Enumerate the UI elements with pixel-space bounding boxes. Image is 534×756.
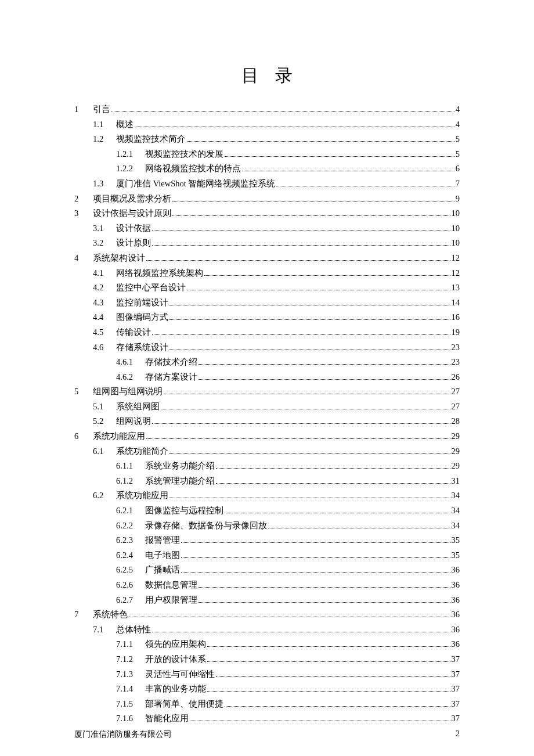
toc-entry-number: 7.1.1 (116, 640, 145, 649)
toc-entry[interactable]: 2项目概况及需求分析9 (74, 195, 460, 203)
toc-entry[interactable]: 7.1总体特性36 (74, 625, 460, 634)
toc-title: 目录 (74, 64, 460, 88)
toc-entry[interactable]: 4.3监控前端设计14 (74, 298, 460, 307)
toc-entry-label: 系统特色 (93, 610, 128, 619)
toc-entry-label: 设计依据与设计原则 (93, 209, 171, 218)
toc-leader-dots (216, 676, 450, 677)
toc-entry[interactable]: 6.1系统功能简介29 (74, 447, 460, 456)
toc-entry-number: 7.1.3 (116, 670, 145, 679)
toc-leader-dots (152, 423, 450, 424)
toc-entry-page: 23 (452, 358, 460, 366)
toc-entry-label: 设计原则 (116, 239, 151, 247)
toc-entry-label: 总体特性 (116, 625, 151, 634)
toc-entry[interactable]: 7.1.4丰富的业务功能37 (74, 685, 460, 693)
toc-entry[interactable]: 7.1.1领先的应用架构36 (74, 640, 460, 649)
toc-entry-page: 34 (452, 521, 460, 530)
toc-entry-label: 设计依据 (116, 224, 151, 233)
toc-entry-label: 网络视频监控系统架构 (116, 269, 203, 278)
toc-entry[interactable]: 7系统特色36 (74, 610, 460, 619)
toc-entry-label: 报警管理 (145, 536, 180, 545)
toc-entry[interactable]: 4.5传输设计19 (74, 328, 460, 337)
toc-entry-number: 3.1 (93, 224, 116, 233)
toc-entry[interactable]: 4.6.2存储方案设计26 (74, 373, 460, 381)
toc-entry-number: 1.2.1 (116, 150, 145, 159)
toc-entry-number: 5.1 (93, 402, 116, 411)
toc-entry[interactable]: 4.4图像编码方式16 (74, 313, 460, 322)
toc-leader-dots (225, 706, 450, 707)
toc-entry[interactable]: 6系统功能应用29 (74, 432, 460, 441)
toc-entry-page: 37 (452, 685, 460, 693)
toc-entry[interactable]: 6.2系统功能应用34 (74, 491, 460, 500)
toc-entry[interactable]: 1.2视频监控技术简介5 (74, 135, 460, 143)
toc-entry[interactable]: 4.1网络视频监控系统架构12 (74, 269, 460, 278)
page-footer: 厦门准信消防服务有限公司 2 (74, 729, 460, 740)
toc-leader-dots (164, 394, 450, 394)
toc-entry-number: 1.3 (93, 179, 116, 188)
toc-entry[interactable]: 4.2监控中心平台设计13 (74, 283, 460, 292)
toc-leader-dots (204, 275, 450, 276)
toc-entry-number: 4.5 (93, 328, 116, 337)
toc-entry[interactable]: 4.6存储系统设计23 (74, 343, 460, 352)
toc-entry-number: 6 (74, 432, 93, 441)
toc-leader-dots (187, 290, 450, 290)
toc-entry[interactable]: 6.2.3报警管理35 (74, 536, 460, 545)
toc-entry-label: 丰富的业务功能 (145, 685, 206, 693)
toc-entry-number: 1 (74, 105, 93, 114)
toc-entry[interactable]: 1.2.1视频监控技术的发展5 (74, 150, 460, 159)
toc-entry-page: 4 (456, 120, 460, 129)
toc-entry-page: 10 (452, 239, 460, 247)
toc-entry[interactable]: 5组网图与组网说明27 (74, 387, 460, 396)
toc-entry[interactable]: 4.6.1存储技术介绍23 (74, 358, 460, 366)
toc-entry[interactable]: 1引言4 (74, 105, 460, 114)
toc-entry[interactable]: 5.2组网说明28 (74, 417, 460, 426)
toc-entry-page: 36 (452, 625, 460, 634)
toc-entry-number: 4.3 (93, 298, 116, 307)
toc-entry-label: 灵活性与可伸缩性 (145, 670, 215, 679)
toc-entry[interactable]: 6.2.1图像监控与远程控制34 (74, 506, 460, 515)
toc-entry[interactable]: 7.1.5部署简单、使用便捷37 (74, 700, 460, 708)
toc-entry[interactable]: 6.2.5广播喊话36 (74, 566, 460, 574)
toc-entry[interactable]: 7.1.2开放的设计体系37 (74, 655, 460, 664)
toc-entry[interactable]: 6.2.2录像存储、数据备份与录像回放34 (74, 521, 460, 530)
toc-entry[interactable]: 6.2.4电子地图35 (74, 551, 460, 560)
toc-leader-dots (207, 646, 450, 647)
toc-entry[interactable]: 7.1.6智能化应用37 (74, 714, 460, 723)
toc-entry-label: 存储技术介绍 (145, 358, 197, 366)
toc-entry[interactable]: 6.2.7用户权限管理36 (74, 596, 460, 604)
toc-entry-number: 6.2.4 (116, 551, 145, 560)
toc-leader-dots (199, 602, 450, 603)
toc-leader-dots (169, 350, 450, 350)
toc-entry[interactable]: 4系统架构设计12 (74, 254, 460, 262)
toc-entry-label: 网络视频监控技术的特点 (145, 164, 241, 173)
toc-entry[interactable]: 5.1系统组网图27 (74, 402, 460, 411)
toc-entry-page: 29 (452, 432, 460, 441)
toc-entry[interactable]: 3设计依据与设计原则10 (74, 209, 460, 218)
toc-entry-label: 厦门准信 ViewShot 智能网络视频监控系统 (116, 179, 275, 188)
toc-entry-number: 7.1.5 (116, 700, 145, 708)
toc-entry[interactable]: 6.1.2系统管理功能介绍31 (74, 477, 460, 485)
toc-entry-number: 3.2 (93, 239, 116, 247)
toc-entry-number: 6.1.1 (116, 462, 145, 470)
toc-entry-number: 4.4 (93, 313, 116, 322)
toc-entry[interactable]: 6.2.6数据信息管理36 (74, 581, 460, 589)
toc-leader-dots (146, 438, 450, 439)
toc-entry[interactable]: 3.2设计原则10 (74, 239, 460, 247)
toc-entry-label: 项目概况及需求分析 (93, 195, 171, 203)
toc-entry-page: 19 (452, 328, 460, 337)
toc-leader-dots (242, 171, 454, 171)
toc-entry-page: 9 (456, 195, 460, 203)
toc-leader-dots (225, 513, 450, 513)
toc-entry[interactable]: 6.1.1系统业务功能介绍29 (74, 462, 460, 470)
toc-leader-dots (161, 409, 450, 409)
toc-entry-number: 4.6 (93, 343, 116, 352)
toc-entry-number: 2 (74, 195, 93, 203)
toc-leader-dots (152, 245, 450, 246)
toc-entry[interactable]: 1.3厦门准信 ViewShot 智能网络视频监控系统7 (74, 179, 460, 188)
footer-page-number: 2 (456, 729, 460, 740)
toc-entry[interactable]: 1.2.2网络视频监控技术的特点6 (74, 164, 460, 173)
footer-company: 厦门准信消防服务有限公司 (74, 729, 172, 740)
toc-entry[interactable]: 1.1概述4 (74, 120, 460, 129)
toc-entry[interactable]: 7.1.3灵活性与可伸缩性37 (74, 670, 460, 679)
toc-entry[interactable]: 3.1设计依据10 (74, 224, 460, 233)
toc-entry-page: 10 (452, 224, 460, 233)
